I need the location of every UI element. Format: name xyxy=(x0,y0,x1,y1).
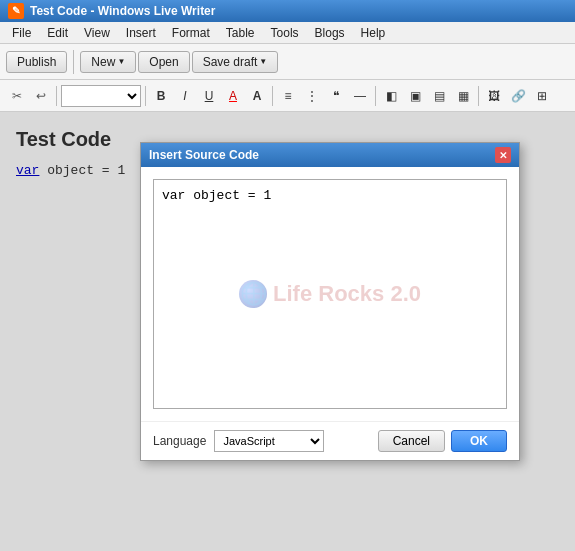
dialog-body: var object = 1 🌐 Life Rocks 2.0 xyxy=(141,167,519,421)
bullet-list-button[interactable]: ≡ xyxy=(277,85,299,107)
code-editor-container: var object = 1 🌐 Life Rocks 2.0 xyxy=(153,179,507,409)
menu-blogs[interactable]: Blogs xyxy=(307,24,353,42)
font-color-button[interactable]: A xyxy=(222,85,244,107)
publish-button[interactable]: Publish xyxy=(6,51,67,73)
numbered-list-button[interactable]: ⋮ xyxy=(301,85,323,107)
toolbar-separator-1 xyxy=(73,50,74,74)
save-draft-label: Save draft xyxy=(203,55,258,69)
fmt-sep-1 xyxy=(56,86,57,106)
save-draft-button[interactable]: Save draft ▼ xyxy=(192,51,279,73)
code-editor[interactable]: var object = 1 xyxy=(154,180,506,408)
menu-help[interactable]: Help xyxy=(353,24,394,42)
menu-format[interactable]: Format xyxy=(164,24,218,42)
language-label: Language xyxy=(153,434,206,448)
format-toolbar: ✂ ↩ B I U A A ≡ ⋮ ❝ — ◧ ▣ ▤ ▦ 🖼 🔗 ⊞ xyxy=(0,80,575,112)
language-select[interactable]: JavaScript C# VB.NET HTML CSS SQL PHP Ja… xyxy=(214,430,324,452)
dialog-actions: Cancel OK xyxy=(378,430,507,452)
blockquote-button[interactable]: ❝ xyxy=(325,85,347,107)
align-center-button[interactable]: ▣ xyxy=(404,85,426,107)
fmt-sep-3 xyxy=(272,86,273,106)
open-button[interactable]: Open xyxy=(138,51,189,73)
align-justify-button[interactable]: ▦ xyxy=(452,85,474,107)
fmt-sep-2 xyxy=(145,86,146,106)
menu-table[interactable]: Table xyxy=(218,24,263,42)
menu-view[interactable]: View xyxy=(76,24,118,42)
main-content-area: Test Code var object = 1 Insert Source C… xyxy=(0,112,575,551)
save-draft-chevron-icon: ▼ xyxy=(259,57,267,66)
menu-file[interactable]: File xyxy=(4,24,39,42)
new-label: New xyxy=(91,55,115,69)
dialog-titlebar: Insert Source Code ✕ xyxy=(141,143,519,167)
menu-edit[interactable]: Edit xyxy=(39,24,76,42)
dialog-close-button[interactable]: ✕ xyxy=(495,147,511,163)
fmt-sep-5 xyxy=(478,86,479,106)
font-family-select[interactable] xyxy=(61,85,141,107)
cut-icon[interactable]: ✂ xyxy=(6,85,28,107)
menu-bar: File Edit View Insert Format Table Tools… xyxy=(0,22,575,44)
insert-source-code-dialog: Insert Source Code ✕ var object = 1 🌐 Li… xyxy=(140,142,520,461)
new-button[interactable]: New ▼ xyxy=(80,51,136,73)
dialog-title: Insert Source Code xyxy=(149,148,259,162)
font-highlight-button[interactable]: A xyxy=(246,85,268,107)
window-title: Test Code - Windows Live Writer xyxy=(30,4,215,18)
undo-icon[interactable]: ↩ xyxy=(30,85,52,107)
menu-tools[interactable]: Tools xyxy=(263,24,307,42)
insert-image-button[interactable]: 🖼 xyxy=(483,85,505,107)
new-chevron-icon: ▼ xyxy=(117,57,125,66)
align-left-button[interactable]: ◧ xyxy=(380,85,402,107)
insert-link-button[interactable]: 🔗 xyxy=(507,85,529,107)
app-icon: ✎ xyxy=(8,3,24,19)
italic-button[interactable]: I xyxy=(174,85,196,107)
dialog-footer: Language JavaScript C# VB.NET HTML CSS S… xyxy=(141,421,519,460)
hr-button[interactable]: — xyxy=(349,85,371,107)
menu-insert[interactable]: Insert xyxy=(118,24,164,42)
ok-button[interactable]: OK xyxy=(451,430,507,452)
align-right-button[interactable]: ▤ xyxy=(428,85,450,107)
bold-button[interactable]: B xyxy=(150,85,172,107)
more-options-button[interactable]: ⊞ xyxy=(531,85,553,107)
fmt-sep-4 xyxy=(375,86,376,106)
underline-button[interactable]: U xyxy=(198,85,220,107)
cancel-button[interactable]: Cancel xyxy=(378,430,445,452)
title-bar: ✎ Test Code - Windows Live Writer xyxy=(0,0,575,22)
main-toolbar: Publish New ▼ Open Save draft ▼ xyxy=(0,44,575,80)
modal-overlay: Insert Source Code ✕ var object = 1 🌐 Li… xyxy=(0,112,575,551)
